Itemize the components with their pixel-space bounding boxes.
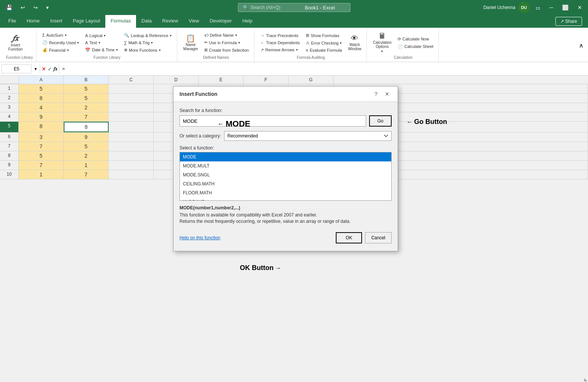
- col-header-B[interactable]: B: [64, 76, 109, 84]
- row-header-10[interactable]: 10: [0, 170, 19, 179]
- tab-help[interactable]: Help: [237, 15, 258, 28]
- cell-B3[interactable]: 2: [64, 103, 109, 112]
- cell-A2[interactable]: 8: [19, 94, 64, 103]
- col-header-G[interactable]: G: [289, 76, 334, 84]
- define-name-button[interactable]: 🏷 Define Name ▾: [202, 32, 251, 39]
- cell-C6[interactable]: [109, 133, 154, 142]
- help-link[interactable]: Help on this function: [180, 235, 220, 240]
- tab-file[interactable]: File: [3, 15, 21, 28]
- cell-C1[interactable]: [109, 84, 154, 93]
- cell-A4[interactable]: 9: [19, 112, 64, 121]
- trace-dependents-button[interactable]: ← Trace Dependents: [258, 39, 302, 46]
- cell-C5[interactable]: [109, 122, 154, 132]
- row-header-1[interactable]: 1: [0, 84, 19, 93]
- calculate-sheet-button[interactable]: 📄 Calculate Sheet: [395, 43, 436, 50]
- confirm-formula-button[interactable]: ✓: [48, 66, 52, 72]
- undo-button[interactable]: ↩: [18, 3, 28, 12]
- trace-precedents-button[interactable]: → Trace Precedents: [258, 32, 302, 39]
- minimize-button[interactable]: ─: [546, 3, 556, 12]
- cell-reference-box[interactable]: [1, 64, 31, 73]
- cell-B8[interactable]: 2: [64, 151, 109, 160]
- cell-A1[interactable]: 5: [19, 84, 64, 93]
- autosum-button[interactable]: Σ AutoSum ▾: [40, 32, 82, 39]
- cell-A9[interactable]: 7: [19, 161, 64, 170]
- tab-formulas[interactable]: Formulas: [105, 15, 136, 28]
- col-header-E[interactable]: E: [199, 76, 244, 84]
- expand-formula-button[interactable]: ▾: [33, 66, 38, 72]
- customize-qat-button[interactable]: ▾: [43, 3, 52, 12]
- cell-A5[interactable]: 8: [19, 122, 64, 132]
- row-header-6[interactable]: 6: [0, 133, 19, 142]
- function-item-mode-sngl[interactable]: MODE.SNGL: [180, 170, 391, 179]
- search-box[interactable]: 🔍 Search (Alt+Q): [238, 3, 350, 12]
- save-button[interactable]: 💾: [3, 3, 15, 12]
- function-search-input[interactable]: [180, 115, 366, 127]
- insert-function-formula-button[interactable]: 𝑓𝑥: [54, 66, 57, 72]
- cell-C8[interactable]: [109, 151, 154, 160]
- cell-B10[interactable]: 7: [64, 170, 109, 179]
- evaluate-formula-button[interactable]: ≡ Evaluate Formula: [304, 47, 344, 54]
- share-button[interactable]: ↗ Share: [555, 17, 582, 26]
- financial-button[interactable]: 💰 Financial ▾: [40, 46, 82, 54]
- col-header-C[interactable]: C: [109, 76, 154, 84]
- cancel-button[interactable]: Cancel: [365, 232, 392, 243]
- cancel-formula-button[interactable]: ✕: [42, 66, 46, 72]
- tab-data[interactable]: Data: [136, 15, 157, 28]
- col-header-A[interactable]: A: [19, 76, 64, 84]
- cell-C3[interactable]: [109, 103, 154, 112]
- collapse-ribbon-button[interactable]: ∧: [579, 42, 584, 49]
- math-trig-button[interactable]: ∑ Math & Trig ▾: [122, 39, 174, 46]
- select-all-button[interactable]: [0, 76, 19, 84]
- restore-button[interactable]: ⬜: [559, 3, 572, 12]
- close-button[interactable]: ✕: [575, 3, 585, 12]
- cell-B4[interactable]: 7: [64, 112, 109, 121]
- cell-B1[interactable]: 5: [64, 84, 109, 93]
- function-item-ceiling-math[interactable]: CEILING.MATH: [180, 179, 391, 188]
- cell-B9[interactable]: 1: [64, 161, 109, 170]
- row-header-3[interactable]: 3: [0, 103, 19, 112]
- show-formulas-button[interactable]: ⊞ Show Formulas: [304, 32, 344, 39]
- lookup-reference-button[interactable]: 🔍 Lookup & Reference ▾: [122, 32, 174, 39]
- watch-window-button[interactable]: 👁 WatchWindow: [346, 33, 364, 52]
- category-select[interactable]: Recommended Most Recently Used All Finan…: [224, 131, 392, 141]
- ribbon-display-button[interactable]: ⚏: [533, 3, 543, 12]
- function-item-mode[interactable]: MODE: [180, 152, 391, 161]
- redo-button[interactable]: ↪: [30, 3, 41, 12]
- cell-C9[interactable]: [109, 161, 154, 170]
- logical-button[interactable]: A Logical ▾: [83, 32, 120, 39]
- cell-C7[interactable]: [109, 142, 154, 151]
- row-header-2[interactable]: 2: [0, 94, 19, 103]
- tab-home[interactable]: Home: [21, 15, 45, 28]
- go-button[interactable]: Go: [369, 115, 392, 127]
- cell-C2[interactable]: [109, 94, 154, 103]
- cell-B2[interactable]: 5: [64, 94, 109, 103]
- dialog-close-button[interactable]: ✕: [383, 90, 392, 98]
- tab-developer[interactable]: Developer: [204, 15, 237, 28]
- cell-A6[interactable]: 3: [19, 133, 64, 142]
- cell-C10[interactable]: [109, 170, 154, 179]
- recently-used-button[interactable]: 🕐 Recently Used ▾: [40, 39, 82, 46]
- text-button[interactable]: A Text ▾: [83, 39, 120, 46]
- date-time-button[interactable]: 📅 Date & Time ▾: [83, 46, 120, 54]
- tab-insert[interactable]: Insert: [45, 15, 68, 28]
- more-functions-button[interactable]: ⊕ More Functions ▾: [122, 46, 174, 54]
- calculation-options-button[interactable]: 🖩 CalculationOptions ▾: [371, 31, 393, 55]
- row-header-7[interactable]: 7: [0, 142, 19, 151]
- cell-B7[interactable]: 5: [64, 142, 109, 151]
- function-item-floor-math[interactable]: FLOOR.MATH: [180, 188, 391, 197]
- cell-A3[interactable]: 4: [19, 103, 64, 112]
- use-in-formula-button[interactable]: ✏ Use in Formula ▾: [202, 39, 251, 46]
- cell-B5[interactable]: 8: [64, 122, 109, 132]
- cell-A7[interactable]: 7: [19, 142, 64, 151]
- cell-C4[interactable]: [109, 112, 154, 121]
- tab-page-layout[interactable]: Page Layout: [67, 15, 105, 28]
- create-from-selection-button[interactable]: ⊞ Create from Selection: [202, 46, 251, 54]
- remove-arrows-button[interactable]: ↗ Remove Arrows ▾: [258, 46, 302, 54]
- dialog-help-button[interactable]: ?: [372, 90, 380, 98]
- name-manager-button[interactable]: 📋 NameManager: [181, 33, 200, 52]
- insert-function-button[interactable]: 𝑓𝑥 InsertFunction: [6, 33, 25, 53]
- function-item-mode-mult[interactable]: MODE.MULT: [180, 161, 391, 170]
- row-header-4[interactable]: 4: [0, 112, 19, 121]
- cell-A10[interactable]: 1: [19, 170, 64, 179]
- function-item-xlookup[interactable]: XLOOKUP: [180, 197, 391, 201]
